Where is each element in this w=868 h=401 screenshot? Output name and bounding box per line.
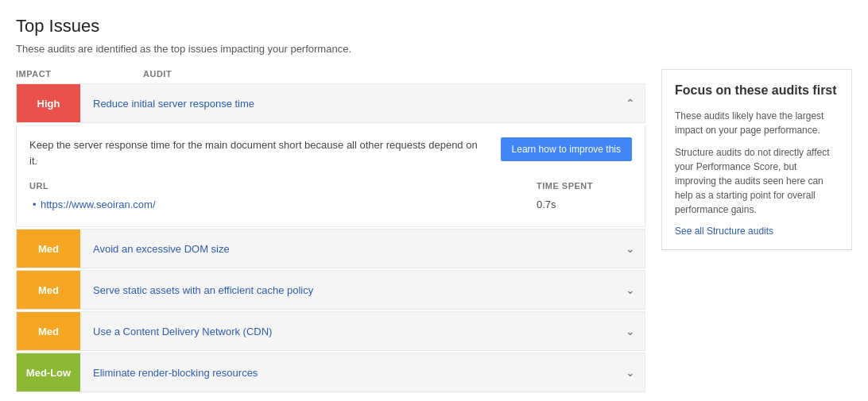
audit-title-render: Eliminate render-blocking resources bbox=[80, 367, 616, 379]
audit-row-high: High Reduce initial server response time… bbox=[16, 83, 645, 123]
audit-row-render: Med-Low Eliminate render-blocking resour… bbox=[16, 353, 645, 392]
audit-title-dom: Avoid an excessive DOM size bbox=[80, 243, 616, 255]
audit-row-cache: Med Serve static assets with an efficien… bbox=[16, 270, 645, 310]
audit-row-dom: Med Avoid an excessive DOM size ⌄ bbox=[16, 229, 645, 268]
page-title: Top Issues bbox=[16, 16, 852, 37]
table-headers: URL TIME SPENT bbox=[29, 181, 632, 194]
learn-button[interactable]: Learn how to improve this bbox=[501, 137, 632, 161]
focus-card: Focus on these audits first These audits… bbox=[661, 69, 852, 250]
col-header-audit: AUDIT bbox=[143, 69, 172, 79]
focus-paragraph-1: These audits likely have the largest imp… bbox=[675, 109, 839, 137]
badge-med-low-render: Med-Low bbox=[17, 353, 80, 391]
audit-url-link[interactable]: https://www.seoiran.com/ bbox=[29, 199, 156, 210]
audit-title-cache: Serve static assets with an efficient ca… bbox=[80, 284, 616, 296]
sidebar: Focus on these audits first These audits… bbox=[661, 69, 852, 250]
chevron-up-icon[interactable]: ⌃ bbox=[616, 84, 645, 122]
expanded-top: Keep the server response time for the ma… bbox=[29, 137, 632, 168]
badge-med-dom: Med bbox=[17, 229, 80, 268]
chevron-down-icon-cdn[interactable]: ⌄ bbox=[616, 312, 645, 350]
badge-med-cdn: Med bbox=[17, 312, 80, 350]
table-row: https://www.seoiran.com/ 0.7s bbox=[29, 199, 632, 210]
page-subtitle: These audits are identified as the top i… bbox=[16, 43, 852, 55]
see-all-link[interactable]: See all Structure audits bbox=[675, 226, 773, 237]
chevron-down-icon-render[interactable]: ⌄ bbox=[616, 353, 645, 391]
focus-paragraph-2: Structure audits do not directly affect … bbox=[675, 145, 839, 217]
audit-expanded-reduce-server: Keep the server response time for the ma… bbox=[16, 125, 645, 227]
time-value: 0.7s bbox=[537, 199, 632, 210]
chevron-down-icon-cache[interactable]: ⌄ bbox=[616, 271, 645, 309]
audit-description: Keep the server response time for the ma… bbox=[29, 137, 485, 168]
audit-title-reduce-server: Reduce initial server response time bbox=[80, 98, 616, 110]
col-header-impact: IMPACT bbox=[16, 69, 79, 79]
audit-row-cdn: Med Use a Content Delivery Network (CDN)… bbox=[16, 311, 645, 351]
chevron-down-icon-dom[interactable]: ⌄ bbox=[616, 229, 645, 268]
th-time: TIME SPENT bbox=[537, 181, 632, 191]
main-layout: IMPACT AUDIT High Reduce initial server … bbox=[16, 69, 852, 394]
url-cell: https://www.seoiran.com/ bbox=[29, 199, 537, 210]
badge-med-cache: Med bbox=[17, 271, 80, 309]
audit-title-cdn: Use a Content Delivery Network (CDN) bbox=[80, 326, 616, 337]
column-headers: IMPACT AUDIT bbox=[16, 69, 645, 83]
th-url: URL bbox=[29, 181, 537, 191]
badge-high: High bbox=[17, 84, 80, 122]
audit-section: IMPACT AUDIT High Reduce initial server … bbox=[16, 69, 645, 394]
focus-title: Focus on these audits first bbox=[675, 83, 839, 99]
